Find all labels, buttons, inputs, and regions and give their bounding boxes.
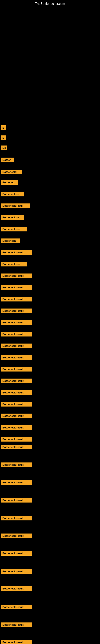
bar-container-22: Bottleneck result	[1, 367, 32, 372]
bottleneck-bar-19: Bottleneck result	[1, 332, 32, 336]
bottleneck-bar-6: Bottlenec	[1, 180, 18, 185]
bar-container-31: Bottleneck result	[1, 480, 32, 485]
bar-container-9: Bottleneck re	[1, 215, 24, 220]
bottleneck-bar-13: Bottleneck res	[1, 262, 27, 266]
bar-container-25: Bottleneck result	[1, 402, 32, 406]
bar-container-38: Bottleneck result	[1, 605, 32, 610]
bar-container-24: Bottleneck result	[1, 390, 32, 395]
bar-container-28: Bottleneck result	[1, 437, 32, 442]
bottleneck-bar-17: Bottleneck result	[1, 308, 32, 313]
bar-container-11: Bottleneck	[1, 238, 20, 243]
bar-container-29: Bottleneck result	[1, 445, 32, 450]
bar-container-34: Bottleneck result	[1, 534, 32, 538]
bar-container-17: Bottleneck result	[1, 308, 32, 313]
bar-container-1: B	[1, 126, 6, 130]
bottleneck-bar-28: Bottleneck result	[1, 437, 32, 442]
bar-container-15: Bottleneck result	[1, 285, 32, 290]
bar-container-4: Bottlen	[1, 158, 14, 162]
bottleneck-bar-15: Bottleneck result	[1, 285, 32, 290]
bottleneck-bar-2: B	[1, 136, 6, 140]
bottleneck-bar-25: Bottleneck result	[1, 402, 32, 406]
bottleneck-bar-36: Bottleneck result	[1, 569, 32, 574]
bar-container-35: Bottleneck result	[1, 551, 32, 556]
bar-container-37: Bottleneck result	[1, 586, 32, 591]
bar-container-27: Bottleneck result	[1, 425, 32, 430]
bar-container-14: Bottleneck result	[1, 274, 32, 278]
bottleneck-bar-14: Bottleneck result	[1, 274, 32, 278]
bottleneck-bar-12: Bottleneck result	[1, 250, 32, 255]
bar-container-20: Bottleneck result	[1, 344, 32, 348]
bottleneck-bar-18: Bottleneck result	[1, 320, 32, 325]
bar-container-6: Bottlenec	[1, 180, 18, 185]
bottleneck-bar-27: Bottleneck result	[1, 425, 32, 430]
bottleneck-bar-22: Bottleneck result	[1, 367, 32, 372]
bottleneck-bar-37: Bottleneck result	[1, 586, 32, 591]
bottleneck-bar-40: Bottleneck result	[1, 640, 32, 644]
bottleneck-bar-30: Bottleneck result	[1, 462, 32, 467]
bar-container-8: Bottleneck resul	[1, 204, 30, 208]
bar-container-26: Bottleneck result	[1, 414, 32, 418]
bar-container-2: B	[1, 136, 6, 140]
bar-container-12: Bottleneck result	[1, 250, 32, 255]
bar-container-13: Bottleneck res	[1, 262, 27, 266]
bottleneck-bar-4: Bottlen	[1, 158, 14, 162]
bottleneck-bar-21: Bottleneck result	[1, 355, 32, 360]
bottleneck-bar-34: Bottleneck result	[1, 534, 32, 538]
bottleneck-bar-23: Bottleneck result	[1, 378, 32, 383]
bar-container-23: Bottleneck result	[1, 378, 32, 383]
bottleneck-bar-16: Bottleneck result	[1, 297, 32, 302]
bottleneck-bar-33: Bottleneck result	[1, 516, 32, 520]
bottleneck-bar-10: Bottleneck res	[1, 227, 27, 232]
bottleneck-bar-38: Bottleneck result	[1, 605, 32, 610]
bar-container-30: Bottleneck result	[1, 462, 32, 467]
bottleneck-bar-5: Bottleneck r	[1, 170, 22, 174]
bar-container-5: Bottleneck r	[1, 170, 22, 174]
bottleneck-bar-8: Bottleneck resul	[1, 204, 30, 208]
bottleneck-bar-35: Bottleneck result	[1, 551, 32, 556]
bar-container-10: Bottleneck res	[1, 227, 27, 232]
bar-container-18: Bottleneck result	[1, 320, 32, 325]
bottleneck-bar-29: Bottleneck result	[1, 445, 32, 450]
bottleneck-bar-26: Bottleneck result	[1, 414, 32, 418]
site-title: TheBottlenecker.com	[0, 0, 100, 7]
bottleneck-bar-20: Bottleneck result	[1, 344, 32, 348]
bar-container-36: Bottleneck result	[1, 569, 32, 574]
bar-container-32: Bottleneck result	[1, 498, 32, 502]
bar-container-19: Bottleneck result	[1, 332, 32, 336]
bar-container-16: Bottleneck result	[1, 297, 32, 302]
bottleneck-bar-7: Bottleneck re	[1, 192, 24, 196]
bar-container-3: Bo	[1, 146, 7, 150]
bar-container-39: Bottleneck result	[1, 622, 32, 627]
bar-container-33: Bottleneck result	[1, 516, 32, 520]
bottleneck-bar-32: Bottleneck result	[1, 498, 32, 502]
bottleneck-bar-24: Bottleneck result	[1, 390, 32, 395]
bar-container-21: Bottleneck result	[1, 355, 32, 360]
bottleneck-bar-9: Bottleneck re	[1, 215, 24, 220]
bottleneck-bar-1: B	[1, 126, 6, 130]
bottleneck-bar-11: Bottleneck	[1, 238, 20, 243]
bottleneck-bar-3: Bo	[1, 146, 7, 150]
bar-container-7: Bottleneck re	[1, 192, 24, 196]
bottleneck-bar-39: Bottleneck result	[1, 622, 32, 627]
bar-container-40: Bottleneck result	[1, 640, 32, 644]
bottleneck-bar-31: Bottleneck result	[1, 480, 32, 485]
